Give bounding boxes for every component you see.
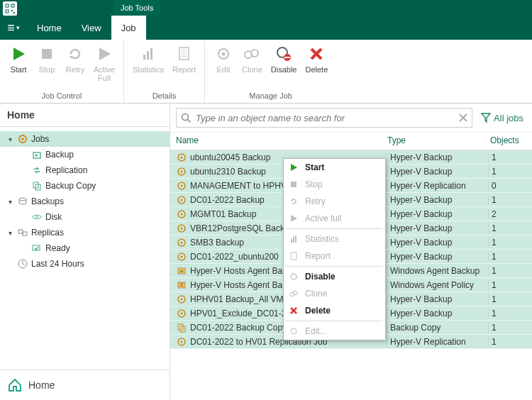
menu-disable[interactable]: Disable [284, 268, 385, 285]
job-objects: 1 [489, 294, 526, 304]
start-button[interactable]: Start [4, 43, 33, 75]
clone-icon [288, 288, 299, 299]
jobs-icon [17, 133, 28, 145]
ribbon-group-label: Job Control [0, 90, 123, 103]
tab-home[interactable]: Home [27, 16, 72, 40]
job-type: Hyper-V Backup [387, 223, 489, 233]
menu-label: Disable [305, 272, 336, 282]
report-button[interactable]: Report [168, 43, 200, 75]
delete-icon [288, 305, 299, 316]
job-objects: 1 [489, 280, 526, 290]
app-menu-button[interactable]: ≡▾ [0, 16, 27, 40]
app-icon [3, 1, 17, 16]
delete-button[interactable]: Delete [301, 43, 332, 75]
expand-icon: ▾ [6, 229, 14, 237]
policy-icon [176, 279, 187, 291]
svg-rect-0 [6, 4, 9, 7]
stop-button[interactable]: Stop [33, 43, 61, 75]
active-full-button[interactable]: Active Full [89, 43, 119, 84]
filter-dropdown[interactable]: All jobs [478, 113, 526, 123]
tree-label: Disk [45, 212, 62, 222]
job-objects: 2 [489, 209, 526, 219]
svg-rect-60 [180, 270, 183, 272]
tree-label: Backups [31, 196, 64, 206]
gear-icon [176, 152, 187, 163]
gear-icon [176, 237, 187, 248]
column-name[interactable]: Name [176, 135, 387, 145]
svg-point-46 [181, 170, 183, 172]
tree-node-replicas[interactable]: ▾Replicas [0, 225, 170, 240]
svg-point-52 [181, 213, 183, 215]
statistics-button[interactable]: Statistics [128, 43, 168, 75]
job-objects: 1 [489, 195, 526, 205]
retry-button[interactable]: Retry [61, 43, 89, 75]
job-type: Hyper-V Backup [387, 238, 489, 248]
job-objects: 1 [489, 337, 526, 347]
edit-button[interactable]: Edit [209, 43, 238, 75]
svg-point-56 [181, 241, 183, 243]
svg-point-31 [19, 198, 26, 201]
tree-node-backup-copy[interactable]: Backup Copy [0, 178, 170, 194]
statistics-icon [138, 44, 158, 64]
menu-label: Active full [305, 213, 341, 223]
svg-rect-3 [11, 10, 13, 11]
clone-button[interactable]: Clone [238, 43, 267, 75]
ribbon-group-label: Details [124, 90, 204, 103]
tree-label: Replication [45, 165, 87, 175]
svg-point-65 [181, 312, 183, 314]
play-icon [9, 44, 28, 64]
gear-icon [176, 166, 187, 177]
tree-node-last-24-hours[interactable]: Last 24 Hours [0, 256, 170, 272]
search-box[interactable] [176, 108, 472, 128]
tree-node-backups[interactable]: ▾Backups [0, 194, 170, 209]
stop-icon [288, 179, 299, 190]
menu-separator [287, 228, 382, 229]
job-type: Hyper-V Backup [387, 294, 489, 304]
clear-search-icon[interactable] [459, 113, 467, 122]
menu-start[interactable]: Start [284, 159, 385, 176]
gear-icon [176, 251, 187, 262]
tree-node-disk[interactable]: Disk [0, 209, 170, 225]
job-objects: 1 [489, 309, 526, 318]
title-bar: Job Tools [0, 0, 532, 16]
tree-node-jobs[interactable]: ▾Jobs [0, 131, 170, 147]
menu-statistics: Statistics [284, 230, 385, 248]
tab-view[interactable]: View [72, 16, 111, 40]
svg-rect-71 [291, 182, 297, 187]
bottom-nav-home[interactable]: Home [0, 370, 170, 400]
stats-icon [288, 233, 299, 245]
tree-node-backup[interactable]: Backup [0, 147, 170, 162]
job-type: Hyper-V Replication [387, 337, 489, 347]
job-type: Hyper-V Backup [387, 195, 489, 205]
column-objects[interactable]: Objects [490, 135, 526, 145]
menu-active-full: Active full [284, 210, 385, 227]
contextual-tab: Job Tools [113, 0, 160, 16]
activefull-icon [288, 213, 299, 224]
tree-node-ready[interactable]: Ready [0, 240, 170, 256]
menu-label: Statistics [305, 234, 339, 244]
tab-job[interactable]: Job [111, 16, 146, 40]
column-type[interactable]: Type [387, 135, 490, 145]
clock-icon [17, 258, 28, 270]
report-icon [174, 44, 194, 64]
funnel-icon [481, 113, 491, 123]
delete-icon [306, 44, 326, 64]
svg-point-63 [181, 298, 183, 300]
search-input[interactable] [196, 113, 459, 123]
menu-report: Report [284, 248, 385, 265]
menu-label: Delete [305, 306, 331, 316]
disable-button[interactable]: Disable [267, 43, 301, 75]
job-type: Hyper-V Replication [387, 181, 489, 191]
agent-icon [176, 265, 187, 277]
search-icon [181, 113, 192, 123]
menu-edit-: Edit... [284, 323, 385, 340]
menu-delete[interactable]: Delete [284, 302, 385, 319]
menu-label: Retry [305, 196, 326, 206]
tree-label: Backup [45, 150, 74, 160]
edit-icon [288, 326, 299, 337]
svg-rect-34 [18, 230, 23, 233]
tree-node-replication[interactable]: Replication [0, 162, 170, 178]
svg-rect-9 [143, 55, 145, 60]
svg-rect-1 [11, 4, 14, 7]
menu-stop: Stop [284, 176, 385, 193]
